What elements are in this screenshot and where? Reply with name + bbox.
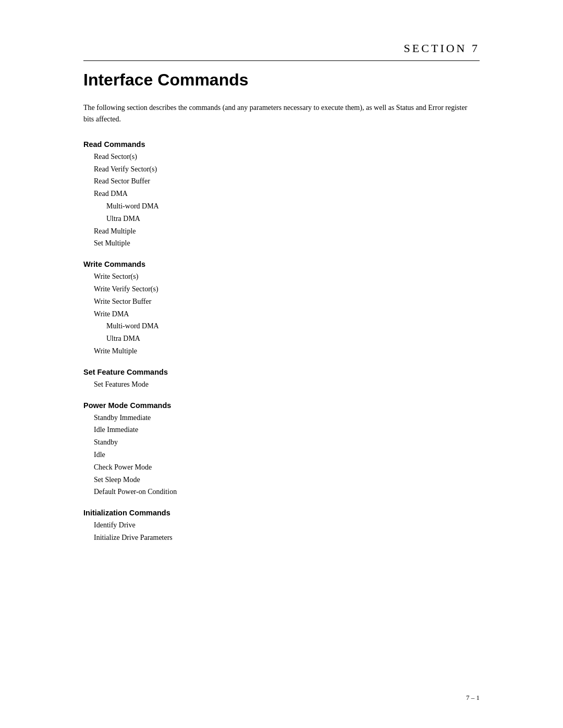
list-item: Read Multiple <box>94 225 480 238</box>
list-item: Multi-word DMA <box>94 320 480 332</box>
list-item: Read Verify Sector(s) <box>94 163 480 176</box>
list-item: Standby Immediate <box>94 412 480 424</box>
list-item: Multi-word DMA <box>94 200 480 213</box>
group-heading-power-mode-commands: Power Mode Commands <box>83 401 480 410</box>
list-item: Read Sector(s) <box>94 151 480 163</box>
list-item: Write Multiple <box>94 345 480 357</box>
item-list-initialization-commands: Identify DriveInitialize Drive Parameter… <box>83 519 480 544</box>
list-item: Write Sector Buffer <box>94 295 480 308</box>
group-write-commands: Write CommandsWrite Sector(s)Write Verif… <box>83 260 480 357</box>
list-item: Read DMA <box>94 188 480 200</box>
list-item: Identify Drive <box>94 519 480 532</box>
group-heading-initialization-commands: Initialization Commands <box>83 509 480 517</box>
list-item: Set Features Mode <box>94 378 480 391</box>
group-heading-set-feature-commands: Set Feature Commands <box>83 368 480 376</box>
group-power-mode-commands: Power Mode CommandsStandby ImmediateIdle… <box>83 401 480 499</box>
group-heading-read-commands: Read Commands <box>83 140 480 149</box>
item-list-write-commands: Write Sector(s)Write Verify Sector(s)Wri… <box>83 270 480 357</box>
item-list-read-commands: Read Sector(s)Read Verify Sector(s)Read … <box>83 151 480 250</box>
list-item: Ultra DMA <box>94 332 480 345</box>
group-set-feature-commands: Set Feature CommandsSet Features Mode <box>83 368 480 391</box>
list-item: Default Power-on Condition <box>94 486 480 498</box>
list-item: Initialize Drive Parameters <box>94 532 480 544</box>
item-list-power-mode-commands: Standby ImmediateIdle ImmediateStandbyId… <box>83 412 480 499</box>
group-heading-write-commands: Write Commands <box>83 260 480 268</box>
page-title: Interface Commands <box>83 70 480 90</box>
page: SECTION 7 Interface Commands The followi… <box>0 0 563 728</box>
list-item: Ultra DMA <box>94 213 480 225</box>
list-item: Idle Immediate <box>94 424 480 436</box>
group-read-commands: Read CommandsRead Sector(s)Read Verify S… <box>83 140 480 250</box>
item-list-set-feature-commands: Set Features Mode <box>83 378 480 391</box>
horizontal-rule <box>83 60 480 61</box>
intro-paragraph: The following section describes the comm… <box>83 102 480 126</box>
list-item: Write Sector(s) <box>94 270 480 283</box>
list-item: Idle <box>94 449 480 461</box>
page-number: 7 – 1 <box>466 694 480 702</box>
list-item: Write DMA <box>94 308 480 320</box>
list-item: Read Sector Buffer <box>94 175 480 188</box>
list-item: Check Power Mode <box>94 461 480 474</box>
group-initialization-commands: Initialization CommandsIdentify DriveIni… <box>83 509 480 544</box>
list-item: Set Sleep Mode <box>94 474 480 486</box>
list-item: Write Verify Sector(s) <box>94 283 480 295</box>
list-item: Standby <box>94 436 480 449</box>
section-label: SECTION 7 <box>83 42 480 55</box>
groups-container: Read CommandsRead Sector(s)Read Verify S… <box>83 140 480 544</box>
list-item: Set Multiple <box>94 237 480 250</box>
